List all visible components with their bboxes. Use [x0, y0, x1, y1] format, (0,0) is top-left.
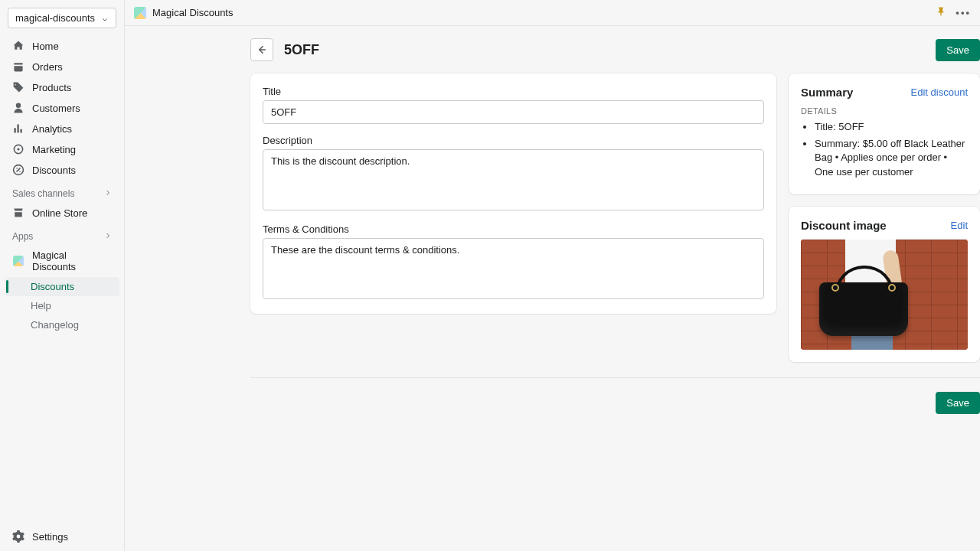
summary-heading: Summary: [801, 86, 853, 99]
form-card: Title Description This is the discount d…: [250, 73, 776, 314]
image-heading: Discount image: [801, 219, 887, 232]
nav-online-store[interactable]: Online Store: [5, 203, 119, 223]
detail-summary: Summary: $5.00 off Black Leather Bag • A…: [815, 137, 968, 179]
store-selector[interactable]: magical-discounts: [8, 8, 116, 28]
edit-discount-link[interactable]: Edit discount: [911, 86, 968, 98]
svg-point-4: [19, 171, 21, 172]
subnav-changelog[interactable]: Changelog: [5, 315, 119, 334]
nav-label: Home: [32, 41, 59, 52]
terms-label: Terms & Conditions: [263, 223, 764, 235]
nav-settings[interactable]: Settings: [5, 527, 119, 546]
store-name: magical-discounts: [15, 12, 95, 24]
terms-input[interactable]: These are the discount terms & condition…: [263, 238, 764, 299]
analytics-icon: [12, 122, 24, 135]
home-icon: [12, 40, 24, 52]
nav-label: Analytics: [32, 123, 72, 135]
store-icon: [12, 207, 24, 219]
pin-icon[interactable]: [936, 6, 946, 19]
summary-card: Summary Edit discount DETAILS Title: 5OF…: [789, 73, 980, 194]
section-sales-channels[interactable]: Sales channels: [5, 181, 119, 202]
app-icon: [12, 255, 24, 267]
nav-label: Products: [32, 82, 71, 93]
footer-actions: Save: [250, 377, 980, 414]
nav-app-magical[interactable]: Magical Discounts: [5, 246, 119, 276]
tag-icon: [12, 81, 24, 93]
topbar-app-name: Magical Discounts: [152, 7, 234, 18]
nav-discounts[interactable]: Discounts: [5, 160, 119, 180]
subnav-discounts[interactable]: Discounts: [5, 277, 119, 296]
nav-label: Orders: [32, 61, 63, 73]
primary-nav: Home Orders Products Customers Analytics…: [5, 36, 119, 334]
detail-title: Title: 5OFF: [815, 120, 968, 134]
nav-label: Online Store: [32, 207, 87, 219]
title-label: Title: [263, 86, 764, 97]
description-label: Description: [263, 135, 764, 146]
app-subnav: Discounts Help Changelog: [5, 277, 119, 334]
discount-icon: [12, 164, 24, 176]
nav-orders[interactable]: Orders: [5, 57, 119, 77]
svg-point-3: [16, 168, 18, 169]
person-icon: [12, 102, 24, 114]
svg-point-1: [17, 148, 19, 150]
section-label: Apps: [12, 231, 33, 242]
target-icon: [12, 143, 24, 155]
gear-icon: [12, 530, 24, 543]
chevron-right-icon: [104, 231, 112, 242]
title-input[interactable]: [263, 100, 764, 124]
arrow-left-icon: [256, 44, 268, 56]
description-input[interactable]: This is the discount description.: [263, 149, 764, 210]
nav-label: Marketing: [32, 144, 76, 155]
app-logo-icon: [134, 7, 146, 19]
edit-image-link[interactable]: Edit: [951, 220, 968, 231]
orders-icon: [12, 60, 24, 73]
section-label: Sales channels: [12, 188, 74, 199]
nav-home[interactable]: Home: [5, 36, 119, 56]
subnav-help[interactable]: Help: [5, 296, 119, 315]
discount-image: [801, 240, 968, 350]
save-button-top[interactable]: Save: [936, 39, 980, 61]
back-button[interactable]: [250, 38, 273, 61]
more-icon[interactable]: •••: [956, 7, 971, 18]
discount-image-card: Discount image Edit: [789, 207, 980, 362]
nav-analytics[interactable]: Analytics: [5, 119, 119, 139]
nav-label: Discounts: [32, 165, 76, 176]
section-apps[interactable]: Apps: [5, 223, 119, 245]
details-list: Title: 5OFF Summary: $5.00 off Black Lea…: [801, 120, 968, 179]
topbar: Magical Discounts •••: [125, 0, 980, 26]
nav-products[interactable]: Products: [5, 77, 119, 97]
chevron-down-icon: [101, 15, 109, 22]
chevron-right-icon: [104, 188, 112, 199]
save-button-bottom[interactable]: Save: [936, 392, 980, 414]
page-header: 5OFF Save: [250, 38, 980, 61]
details-label: DETAILS: [801, 106, 968, 116]
nav-label: Settings: [32, 531, 68, 543]
nav-label: Magical Discounts: [32, 249, 112, 272]
sidebar: magical-discounts Home Orders Products C…: [0, 0, 125, 551]
nav-label: Customers: [32, 103, 80, 114]
nav-customers[interactable]: Customers: [5, 98, 119, 118]
page-title: 5OFF: [284, 42, 319, 58]
nav-marketing[interactable]: Marketing: [5, 139, 119, 159]
